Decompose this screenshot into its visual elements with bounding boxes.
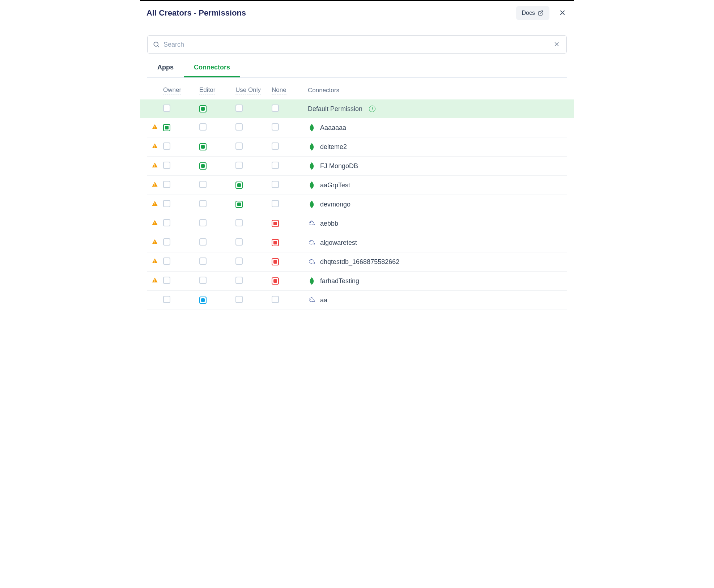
default-owner-checkbox[interactable] [163, 105, 170, 112]
connector-name: dhqtestdb_1668875582662 [320, 258, 399, 266]
default-permission-label: Default Permission [308, 105, 362, 113]
svg-rect-11 [154, 164, 155, 166]
svg-rect-15 [154, 203, 155, 204]
owner-checkbox[interactable] [163, 181, 170, 188]
editor-checkbox[interactable] [199, 123, 207, 131]
info-icon[interactable]: i [369, 106, 375, 112]
connector-name: aebbb [320, 220, 338, 227]
header-actions: Docs [516, 6, 568, 20]
tab-apps[interactable]: Apps [147, 59, 184, 77]
search-icon [153, 41, 160, 48]
search-field-wrap [147, 35, 567, 54]
svg-rect-20 [154, 241, 155, 243]
useonly-checkbox[interactable] [235, 238, 243, 246]
col-editor[interactable]: Editor [199, 86, 215, 94]
editor-checkbox[interactable] [199, 219, 207, 226]
svg-rect-23 [154, 260, 155, 262]
svg-rect-17 [154, 222, 155, 223]
search-clear-button[interactable] [552, 39, 561, 50]
editor-checkbox[interactable] [199, 143, 207, 150]
connector-name: algowaretest [320, 239, 357, 247]
svg-point-3 [154, 42, 158, 46]
none-checkbox[interactable] [272, 277, 279, 285]
svg-rect-12 [154, 166, 155, 167]
close-button[interactable] [557, 8, 568, 19]
mongodb-icon [308, 142, 316, 151]
useonly-checkbox[interactable] [235, 142, 243, 150]
warning-icon [152, 124, 158, 130]
useonly-checkbox[interactable] [235, 182, 243, 189]
owner-checkbox[interactable] [163, 124, 170, 131]
owner-checkbox[interactable] [163, 296, 170, 303]
none-checkbox[interactable] [272, 142, 279, 150]
tab-connectors[interactable]: Connectors [184, 59, 240, 77]
warning-icon [152, 143, 158, 149]
svg-rect-18 [154, 224, 155, 225]
col-none[interactable]: None [272, 86, 286, 94]
useonly-checkbox[interactable] [235, 296, 243, 303]
svg-point-25 [310, 261, 311, 261]
svg-rect-9 [154, 145, 155, 147]
docs-label: Docs [522, 10, 535, 16]
svg-line-4 [158, 46, 159, 47]
none-checkbox[interactable] [272, 258, 279, 265]
none-checkbox[interactable] [272, 181, 279, 188]
owner-checkbox[interactable] [163, 200, 170, 207]
owner-checkbox[interactable] [163, 142, 170, 150]
none-checkbox[interactable] [272, 162, 279, 169]
connector-row: aaGrpTest [147, 176, 567, 195]
owner-checkbox[interactable] [163, 162, 170, 169]
owner-checkbox[interactable] [163, 238, 170, 246]
editor-checkbox[interactable] [199, 257, 207, 265]
warning-icon [152, 181, 158, 188]
svg-rect-21 [154, 243, 155, 244]
default-useonly-checkbox[interactable] [235, 105, 243, 112]
connector-row: devmongo [147, 195, 567, 214]
owner-checkbox[interactable] [163, 219, 170, 226]
docs-button[interactable]: Docs [516, 6, 549, 20]
permissions-dialog: All Creators - Permissions Docs Apps Con… [140, 0, 574, 317]
connector-row: Aaaaaaa [147, 118, 567, 137]
useonly-checkbox[interactable] [235, 277, 243, 284]
dialog-body: Apps Connectors Owner Editor Use Only No… [140, 35, 574, 317]
mongodb-icon [308, 123, 316, 132]
connector-row: aa [147, 291, 567, 310]
dialog-header: All Creators - Permissions Docs [140, 1, 574, 25]
default-permission-row: Default Permission i [140, 99, 574, 118]
default-editor-checkbox[interactable] [199, 105, 207, 112]
warning-icon [152, 162, 158, 169]
warning-icon [152, 220, 158, 226]
editor-checkbox[interactable] [199, 162, 207, 170]
search-input[interactable] [160, 41, 552, 48]
svg-rect-24 [154, 262, 155, 263]
editor-checkbox[interactable] [199, 277, 207, 284]
none-checkbox[interactable] [272, 296, 279, 303]
useonly-checkbox[interactable] [235, 257, 243, 265]
editor-checkbox[interactable] [199, 238, 207, 246]
mysql-icon [308, 257, 316, 266]
useonly-checkbox[interactable] [235, 219, 243, 226]
mongodb-icon [308, 181, 316, 189]
warning-icon [152, 258, 158, 264]
editor-checkbox[interactable] [199, 181, 207, 188]
mysql-icon [308, 296, 316, 304]
mysql-icon [308, 238, 316, 247]
external-link-icon [538, 10, 544, 16]
editor-checkbox[interactable] [199, 297, 207, 304]
none-checkbox[interactable] [272, 220, 279, 227]
connector-row: farhadTesting [147, 272, 567, 291]
useonly-checkbox[interactable] [235, 201, 243, 208]
useonly-checkbox[interactable] [235, 162, 243, 169]
dialog-title: All Creators - Permissions [146, 8, 246, 18]
none-checkbox[interactable] [272, 123, 279, 131]
default-none-checkbox[interactable] [272, 105, 279, 112]
col-owner[interactable]: Owner [163, 86, 181, 94]
col-use-only[interactable]: Use Only [235, 86, 261, 94]
editor-checkbox[interactable] [199, 200, 207, 207]
none-checkbox[interactable] [272, 239, 279, 246]
none-checkbox[interactable] [272, 200, 279, 207]
useonly-checkbox[interactable] [235, 123, 243, 131]
owner-checkbox[interactable] [163, 257, 170, 265]
mongodb-icon [308, 277, 316, 285]
owner-checkbox[interactable] [163, 277, 170, 284]
